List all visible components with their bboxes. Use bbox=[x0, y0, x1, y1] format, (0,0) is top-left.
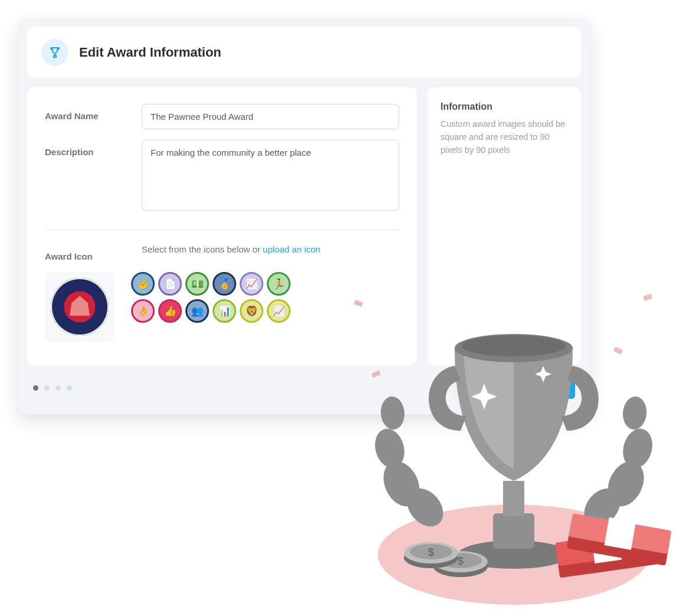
svg-rect-2 bbox=[613, 346, 623, 354]
continue-button[interactable]: Continue bbox=[513, 377, 575, 399]
award-icon-label: Award Icon bbox=[45, 244, 128, 261]
modal-header: Edit Award Information bbox=[27, 27, 581, 78]
svg-rect-34 bbox=[604, 517, 636, 550]
info-panel-text: Custom award images should be square and… bbox=[440, 118, 568, 156]
award-name-label: Award Name bbox=[45, 104, 128, 129]
svg-point-22 bbox=[433, 551, 488, 572]
svg-point-14 bbox=[458, 540, 570, 569]
svg-rect-1 bbox=[643, 294, 652, 300]
award-form-card: Award Name Description Award Icon Select… bbox=[27, 87, 417, 365]
svg-point-13 bbox=[577, 481, 628, 534]
document-icon[interactable]: 📄 bbox=[158, 272, 182, 296]
svg-point-9 bbox=[400, 481, 451, 534]
trophy-icon bbox=[41, 39, 68, 66]
svg-rect-32 bbox=[567, 525, 670, 566]
svg-point-23 bbox=[439, 553, 482, 568]
team-icon[interactable]: 👥 bbox=[185, 299, 209, 323]
step-dot[interactable] bbox=[44, 385, 50, 391]
svg-point-12 bbox=[622, 395, 648, 430]
medal-icon[interactable]: 🏅 bbox=[213, 272, 236, 296]
stairs-icon[interactable]: 📈 bbox=[240, 272, 263, 296]
info-panel-title: Information bbox=[440, 101, 568, 112]
current-award-icon[interactable] bbox=[45, 272, 115, 342]
modal-footer: Cancel Continue bbox=[27, 365, 581, 405]
ok-hand-icon[interactable]: 👌 bbox=[131, 299, 155, 323]
runner-icon[interactable]: 🏃 bbox=[267, 272, 290, 296]
upload-icon-link[interactable]: upload an icon bbox=[263, 244, 321, 254]
award-name-input[interactable] bbox=[142, 104, 399, 129]
step-dot[interactable] bbox=[67, 385, 72, 391]
information-panel: Information Custom award images should b… bbox=[427, 87, 581, 365]
svg-point-25 bbox=[404, 547, 458, 568]
svg-point-21 bbox=[433, 556, 488, 577]
pawnee-seal-icon bbox=[51, 278, 109, 336]
svg-text:$: $ bbox=[428, 546, 434, 558]
growth-chart-icon[interactable]: 📊 bbox=[213, 299, 236, 323]
svg-point-10 bbox=[601, 456, 651, 512]
svg-rect-29 bbox=[557, 540, 660, 578]
svg-rect-31 bbox=[591, 532, 622, 563]
svg-point-11 bbox=[619, 425, 657, 471]
edit-award-modal: Edit Award Information Award Name Descri… bbox=[18, 18, 590, 414]
svg-rect-30 bbox=[555, 529, 658, 566]
lion-icon[interactable]: 🦁 bbox=[240, 299, 263, 323]
icon-palette-grid: 🤟📄💵🏅📈🏃👌👍👥📊🦁📈 bbox=[131, 272, 290, 323]
svg-point-27 bbox=[410, 544, 452, 559]
step-dot[interactable] bbox=[33, 385, 38, 391]
trend-up-icon[interactable]: 📈 bbox=[267, 299, 290, 323]
svg-point-5 bbox=[378, 504, 649, 605]
svg-rect-16 bbox=[503, 481, 524, 516]
icon-hint-text: Select from the icons below or upload an… bbox=[142, 244, 321, 254]
modal-title: Edit Award Information bbox=[79, 45, 221, 60]
svg-text:$: $ bbox=[458, 555, 463, 567]
svg-point-7 bbox=[371, 425, 409, 471]
description-label: Description bbox=[45, 140, 128, 213]
step-indicator bbox=[33, 385, 72, 391]
icon-hint-prefix: Select from the icons below or bbox=[142, 244, 263, 254]
thumbs-up-icon[interactable]: 👍 bbox=[158, 299, 182, 323]
rock-on-icon[interactable]: 🤟 bbox=[131, 272, 155, 296]
divider bbox=[45, 230, 399, 230]
cash-icon[interactable]: 💵 bbox=[185, 272, 209, 296]
step-dot[interactable] bbox=[56, 385, 61, 391]
svg-rect-15 bbox=[493, 513, 534, 549]
svg-point-26 bbox=[404, 542, 458, 563]
svg-rect-33 bbox=[569, 513, 671, 554]
svg-rect-4 bbox=[637, 411, 647, 420]
cancel-button[interactable]: Cancel bbox=[453, 377, 506, 399]
description-textarea[interactable] bbox=[142, 140, 399, 211]
svg-point-6 bbox=[377, 456, 427, 512]
